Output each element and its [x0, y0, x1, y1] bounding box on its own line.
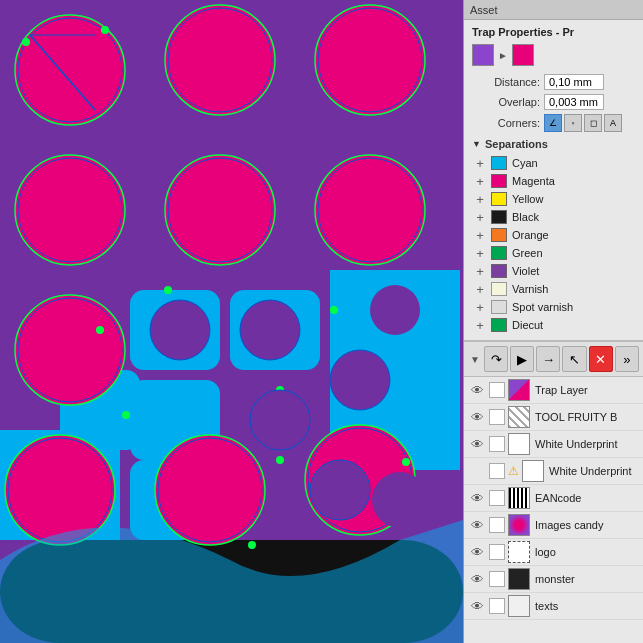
tool-btn-arrow[interactable]: → [536, 346, 560, 372]
layer-checkbox[interactable] [489, 517, 505, 533]
color-square-magenta[interactable] [512, 44, 534, 66]
sep-item-yellow[interactable]: + Yellow [472, 190, 635, 208]
svg-point-58 [372, 472, 428, 528]
overlap-value[interactable]: 0,003 mm [544, 94, 604, 110]
sep-name: Green [512, 247, 543, 259]
layer-name: EANcode [535, 492, 639, 504]
layer-visibility-toggle[interactable]: 👁 [468, 518, 486, 533]
corners-row: Corners: ∠ ◦ ◻ A [472, 114, 635, 132]
layer-checkbox[interactable] [489, 436, 505, 452]
layer-item[interactable]: 👁 monster [464, 566, 643, 593]
sep-color-swatch [491, 156, 507, 170]
layer-thumbnail [508, 595, 530, 617]
distance-row: Distance: 0,10 mm [472, 74, 635, 90]
separations-list: + Cyan + Magenta + Yellow + Black + Oran… [472, 154, 635, 334]
sep-plus-icon: + [472, 193, 488, 206]
sep-color-swatch [491, 210, 507, 224]
sep-name: Spot varnish [512, 301, 573, 313]
distance-value[interactable]: 0,10 mm [544, 74, 604, 90]
layer-checkbox[interactable] [489, 409, 505, 425]
layer-visibility-toggle[interactable]: 👁 [468, 599, 486, 614]
sep-item-spot-varnish[interactable]: + Spot varnish [472, 298, 635, 316]
layer-checkbox[interactable] [489, 382, 505, 398]
layer-visibility-toggle[interactable]: 👁 [468, 545, 486, 560]
sep-item-green[interactable]: + Green [472, 244, 635, 262]
layer-item[interactable]: 👁 TOOL FRUITY B [464, 404, 643, 431]
layer-checkbox[interactable] [489, 571, 505, 587]
sep-item-violet[interactable]: + Violet [472, 262, 635, 280]
sep-item-magenta[interactable]: + Magenta [472, 172, 635, 190]
layer-visibility-toggle[interactable]: 👁 [468, 572, 486, 587]
right-panel: Asset Trap Properties - Pr ► Distance: 0… [463, 0, 643, 643]
svg-point-42 [22, 38, 30, 46]
layer-checkbox[interactable] [489, 544, 505, 560]
sep-plus-icon: + [472, 175, 488, 188]
sep-plus-icon: + [472, 265, 488, 278]
layer-item[interactable]: 👁 EANcode [464, 485, 643, 512]
layer-thumbnail [508, 406, 530, 428]
sep-triangle-icon: ▼ [472, 139, 481, 149]
arrow-icon: ► [498, 50, 508, 61]
sep-color-swatch [491, 264, 507, 278]
layer-visibility-toggle[interactable]: 👁 [468, 383, 486, 398]
tool-btn-pointer[interactable]: ↷ [484, 346, 508, 372]
sep-name: Varnish [512, 283, 548, 295]
svg-point-50 [248, 541, 256, 549]
trap-properties-panel: Trap Properties - Pr ► Distance: 0,10 mm… [464, 20, 643, 341]
layer-item[interactable]: 👁 texts [464, 593, 643, 620]
canvas-area [0, 0, 463, 643]
sep-plus-icon: + [472, 283, 488, 296]
sep-name: Yellow [512, 193, 543, 205]
layer-thumbnail [508, 541, 530, 563]
layer-item[interactable]: 👁 Trap Layer [464, 377, 643, 404]
layer-name: White Underprint [549, 465, 639, 477]
svg-point-51 [402, 458, 410, 466]
tool-btn-select[interactable]: ▶ [510, 346, 534, 372]
sep-color-swatch [491, 282, 507, 296]
layer-name: Trap Layer [535, 384, 639, 396]
tool-btn-arrow2[interactable]: ↖ [562, 346, 586, 372]
tool-btn-delete[interactable]: ✕ [589, 346, 613, 372]
distance-label: Distance: [472, 76, 540, 88]
layer-visibility-toggle[interactable]: 👁 [468, 410, 486, 425]
svg-point-49 [122, 411, 130, 419]
corner-btn-auto[interactable]: A [604, 114, 622, 132]
collapse-icon[interactable]: ▼ [468, 352, 482, 367]
layer-checkbox[interactable] [489, 490, 505, 506]
layer-visibility-toggle[interactable]: 👁 [468, 491, 486, 506]
layer-checkbox[interactable] [489, 598, 505, 614]
sep-name: Black [512, 211, 539, 223]
sep-color-swatch [491, 300, 507, 314]
warning-icon: ⚠ [508, 464, 519, 478]
layers-panel: 👁 Trap Layer 👁 TOOL FRUITY B 👁 White Und… [464, 377, 643, 643]
layer-item[interactable]: 👁 Images candy [464, 512, 643, 539]
svg-point-56 [370, 285, 420, 335]
trap-props-title: Trap Properties - Pr [472, 26, 635, 38]
layer-thumbnail [508, 514, 530, 536]
sep-item-diecut[interactable]: + Diecut [472, 316, 635, 334]
layer-item[interactable]: ⚠ White Underprint [464, 458, 643, 485]
sep-item-cyan[interactable]: + Cyan [472, 154, 635, 172]
tool-btn-more[interactable]: » [615, 346, 639, 372]
sep-item-varnish[interactable]: + Varnish [472, 280, 635, 298]
sep-plus-icon: + [472, 211, 488, 224]
svg-point-48 [330, 306, 338, 314]
sep-item-black[interactable]: + Black [472, 208, 635, 226]
corner-btn-miter[interactable]: ∠ [544, 114, 562, 132]
layer-item[interactable]: 👁 White Underprint [464, 431, 643, 458]
layer-name: White Underprint [535, 438, 639, 450]
layer-name: logo [535, 546, 639, 558]
top-bar: Asset [464, 0, 643, 20]
main-layout: Asset Trap Properties - Pr ► Distance: 0… [0, 0, 643, 643]
layer-visibility-toggle[interactable]: 👁 [468, 437, 486, 452]
separations-label: Separations [485, 138, 548, 150]
corner-btn-bevel[interactable]: ◻ [584, 114, 602, 132]
layer-item[interactable]: 👁 logo [464, 539, 643, 566]
sep-plus-icon: + [472, 247, 488, 260]
layer-checkbox[interactable] [489, 463, 505, 479]
sep-item-orange[interactable]: + Orange [472, 226, 635, 244]
sep-name: Magenta [512, 175, 555, 187]
sep-color-swatch [491, 228, 507, 242]
corner-btn-round[interactable]: ◦ [564, 114, 582, 132]
color-square-purple[interactable] [472, 44, 494, 66]
